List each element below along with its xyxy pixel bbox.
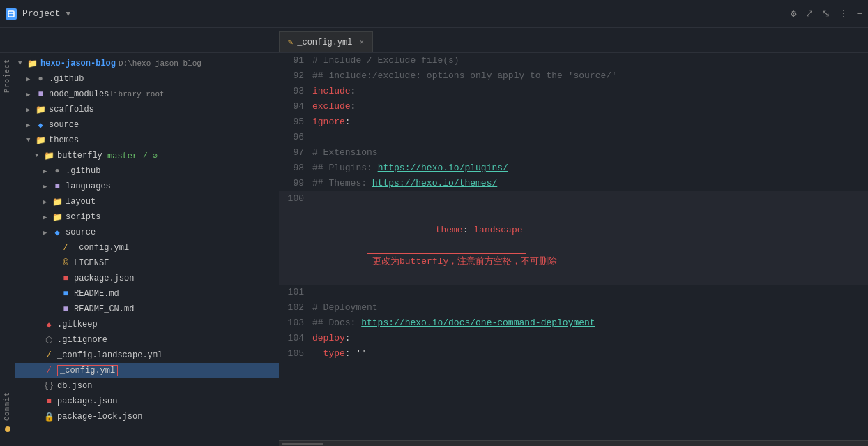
expand-icon[interactable]: ⤢ xyxy=(805,8,814,20)
tree-item-readme[interactable]: ■ README.md xyxy=(15,286,279,302)
code-editor[interactable]: 91 # Include / Exclude file(s) 92 ## inc… xyxy=(279,53,868,440)
config-landscape-icon: / xyxy=(43,350,54,361)
source-name: source xyxy=(49,120,79,130)
code-line-93: 93 include: xyxy=(279,84,868,99)
layout-icon: 📁 xyxy=(52,196,63,207)
line-num-98: 98 xyxy=(279,161,312,176)
tree-item-github-root[interactable]: ▶ ● .github xyxy=(15,71,279,87)
code-line-102: 102 # Deployment xyxy=(279,300,868,315)
tree-item-node-modules[interactable]: ▶ ■ node_modules library root xyxy=(15,87,279,102)
tree-root[interactable]: ▼ 📁 hexo-jason-blog D:\hexo-jason-blog xyxy=(15,56,279,71)
theme-value-box: theme: landscape xyxy=(367,207,526,254)
languages-name: languages xyxy=(66,181,111,191)
code-line-101: 101 xyxy=(279,285,868,300)
theme-value: landscape xyxy=(473,225,522,235)
line-content-97: # Extensions xyxy=(312,145,868,161)
tree-item-source[interactable]: ▶ ◆ source xyxy=(15,117,279,133)
tree-item-package-json[interactable]: ■ package.json xyxy=(15,394,279,409)
tree-item-package-butterfly[interactable]: ■ package.json xyxy=(15,271,279,286)
tree-item-readme-cn[interactable]: ■ README_CN.md xyxy=(15,302,279,317)
gitignore-name: .gitignore xyxy=(57,335,107,345)
line-content-95: ignore: xyxy=(312,114,868,130)
line-content-105: type: '' xyxy=(312,346,868,362)
tree-item-scaffolds[interactable]: ▶ 📁 scaffolds xyxy=(15,102,279,117)
line-num-103: 103 xyxy=(279,315,312,331)
gitignore-icon: ⬡ xyxy=(43,334,54,345)
readme-cn-name: README_CN.md xyxy=(74,304,134,314)
config-main-name: _config.yml xyxy=(60,366,115,376)
line-num-91: 91 xyxy=(279,53,312,68)
horizontal-scrollbar[interactable] xyxy=(279,440,868,446)
line-content-96 xyxy=(312,130,868,145)
line-num-101: 101 xyxy=(279,285,312,300)
tree-item-config-main[interactable]: / _config.yml xyxy=(15,363,279,378)
scripts-icon: 📁 xyxy=(52,211,63,223)
root-path: D:\hexo-jason-blog xyxy=(119,59,201,68)
tree-item-scripts[interactable]: ▶ 📁 scripts xyxy=(15,209,279,225)
editor-tab[interactable]: ✎ _config.yml × xyxy=(279,31,373,52)
tab-file-icon: ✎ xyxy=(288,37,293,47)
scripts-name: scripts xyxy=(66,212,100,222)
node-modules-name: node_modules xyxy=(49,89,109,99)
sidebar-label: Project Commit xyxy=(0,53,15,446)
package-json-icon: ■ xyxy=(43,396,54,407)
line-num-99: 99 xyxy=(279,176,312,191)
commit-vertical-label: Commit xyxy=(3,392,11,421)
tree-item-license[interactable]: © LICENSE xyxy=(15,255,279,271)
tab-label: _config.yml xyxy=(297,38,352,47)
tree-item-languages[interactable]: ▶ ■ languages xyxy=(15,179,279,194)
title-bar-left: Project ▼ xyxy=(6,8,284,20)
library-badge: library root xyxy=(109,90,164,98)
svg-rect-0 xyxy=(8,11,14,17)
minimize-icon[interactable]: − xyxy=(857,8,862,20)
line-num-95: 95 xyxy=(279,114,312,130)
github-root-icon: ● xyxy=(35,73,46,84)
db-json-name: db.json xyxy=(57,381,92,391)
tree-item-butterfly[interactable]: ▼ 📁 butterfly master / ⊘ xyxy=(15,148,279,163)
settings-icon[interactable]: ⚙ xyxy=(791,8,796,20)
line-content-100: theme: landscape 更改为butterfly，注意前方空格，不可删… xyxy=(312,191,868,285)
code-line-95: 95 ignore: xyxy=(279,114,868,130)
readme-cn-icon: ■ xyxy=(60,304,71,315)
code-line-98: 98 ## Plugins: https://hexo.io/plugins/ xyxy=(279,161,868,176)
tree-item-github-butterfly[interactable]: ▶ ● .github xyxy=(15,163,279,179)
tree-item-db-json[interactable]: {} db.json xyxy=(15,378,279,394)
line-num-93: 93 xyxy=(279,84,312,99)
title-bar: Project ▼ ⚙ ⤢ ⤡ ⋮ − xyxy=(0,0,868,28)
root-name: hexo-jason-blog xyxy=(40,59,116,68)
code-line-94: 94 exclude: xyxy=(279,99,868,114)
code-line-91: 91 # Include / Exclude file(s) xyxy=(279,53,868,68)
line-num-96: 96 xyxy=(279,130,312,145)
code-line-99: 99 ## Themes: https://hexo.io/themes/ xyxy=(279,176,868,191)
sidebar-dot xyxy=(5,426,10,432)
tree-item-config-butterfly[interactable]: / _config.yml xyxy=(15,240,279,255)
butterfly-name: butterfly xyxy=(57,151,102,161)
gitkeep-icon: ◆ xyxy=(43,319,54,330)
line-content-92: ## include:/exclude: options only apply … xyxy=(312,68,868,84)
tree-item-gitkeep[interactable]: ◆ .gitkeep xyxy=(15,317,279,332)
code-line-96: 96 xyxy=(279,130,868,145)
tree-item-source-butterfly[interactable]: ▶ ◆ source xyxy=(15,225,279,240)
tree-item-layout[interactable]: ▶ 📁 layout xyxy=(15,194,279,209)
tree-item-themes[interactable]: ▼ 📁 themes xyxy=(15,133,279,148)
github-butterfly-icon: ● xyxy=(52,165,63,177)
package-json-name: package.json xyxy=(57,396,117,406)
shrink-icon[interactable]: ⤡ xyxy=(822,8,830,20)
source-butterfly-icon: ◆ xyxy=(52,227,63,238)
theme-key: theme xyxy=(436,225,463,235)
menu-icon[interactable]: ⋮ xyxy=(839,8,848,20)
tree-item-package-lock[interactable]: 🔒 package-lock.json xyxy=(15,409,279,424)
main-content: Project Commit ▼ 📁 hexo-jason-blog D:\he… xyxy=(0,53,868,446)
code-line-97: 97 # Extensions xyxy=(279,145,868,161)
title-icons: ⚙ ⤢ ⤡ ⋮ − xyxy=(791,8,862,20)
scaffolds-icon: 📁 xyxy=(35,104,46,115)
file-tree: ▼ 📁 hexo-jason-blog D:\hexo-jason-blog ▶… xyxy=(15,53,279,446)
tab-close-icon[interactable]: × xyxy=(359,38,364,47)
tree-item-gitignore[interactable]: ⬡ .gitignore xyxy=(15,332,279,348)
line-num-102: 102 xyxy=(279,300,312,315)
line-num-100: 100 xyxy=(279,191,312,207)
tree-item-config-landscape[interactable]: / _config.landscape.yml xyxy=(15,348,279,363)
layout-name: layout xyxy=(66,197,96,207)
butterfly-icon: 📁 xyxy=(43,150,54,161)
scaffolds-name: scaffolds xyxy=(49,105,94,114)
